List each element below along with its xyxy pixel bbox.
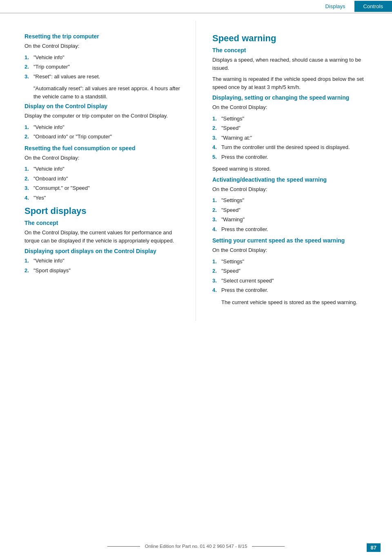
step-num: 4. <box>212 225 221 234</box>
step-num: 2. <box>212 267 221 275</box>
step-num: 1. <box>212 196 221 205</box>
step-text: "Warning" <box>221 216 245 224</box>
footer-text: Online Edition for Part no. 01 40 2 960 … <box>145 544 247 549</box>
step-num: 3. <box>24 73 33 81</box>
step-num: 1. <box>24 257 33 265</box>
speed-setting-steps: 1. "Settings" 2. "Speed" 3. "Warning at:… <box>212 115 376 161</box>
step-item: 3. "Select current speed" <box>212 277 376 285</box>
step-item: 2. "Speed" <box>212 267 376 275</box>
fuel-intro: On the Control Display: <box>24 154 181 162</box>
section-title-resetting-trip: Resetting the trip computer <box>24 33 181 40</box>
trip-reset-steps: 1. "Vehicle info" 2. "Trip computer" 3. … <box>24 53 181 81</box>
step-text: Press the controller. <box>221 225 268 234</box>
step-item: 4. "Yes" <box>24 194 181 202</box>
header-bar: Displays Controls <box>0 0 392 13</box>
step-text: "Trip computer" <box>33 63 70 71</box>
step-num: 2. <box>24 175 33 183</box>
section-title-speed-warning-large: Speed warning <box>212 33 376 44</box>
speed-current-intro: On the Control Display: <box>212 246 376 254</box>
section-title-fuel: Resetting the fuel consumption or speed <box>24 145 181 151</box>
footer-line-left <box>107 546 140 547</box>
step-text: "Speed" <box>221 124 241 132</box>
step-item: 2. "Speed" <box>212 124 376 132</box>
section-title-sport-concept: The concept <box>24 220 181 226</box>
speed-setting-section: Displaying, setting or changing the spee… <box>212 94 376 173</box>
step-text: "Select current speed" <box>221 277 274 285</box>
step-text: "Settings" <box>221 196 244 205</box>
trip-reset-sub: "Automatically reset": all values are re… <box>33 85 181 100</box>
page-number: 87 <box>367 543 381 552</box>
step-item: 3. "Consumpt." or "Speed" <box>24 184 181 192</box>
section-title-speed-concept: The concept <box>212 47 376 53</box>
section-title-speed-setting: Displaying, setting or changing the spee… <box>212 94 376 101</box>
step-num: 3. <box>24 184 33 192</box>
section-resetting-fuel: Resetting the fuel consumption or speed … <box>24 145 181 202</box>
step-text: "Settings" <box>221 115 244 123</box>
step-text: "Vehicle info" <box>33 53 65 62</box>
section-title-speed-current: Setting your current speed as the speed … <box>212 237 376 244</box>
step-text: "Settings" <box>221 258 244 266</box>
step-item: 1. "Vehicle info" <box>24 165 181 173</box>
step-text: "Onboard info" or "Trip computer" <box>33 133 112 141</box>
step-text: "Vehicle info" <box>33 123 65 131</box>
fuel-steps: 1. "Vehicle info" 2. "Onboard info" 3. "… <box>24 165 181 202</box>
step-text: "Speed" <box>221 267 241 275</box>
step-item: 3. "Warning" <box>212 216 376 224</box>
step-num: 3. <box>212 277 221 285</box>
step-item: 1. "Settings" <box>212 196 376 205</box>
tab-displays[interactable]: Displays <box>316 1 354 12</box>
speed-current-steps: 1. "Settings" 2. "Speed" 3. "Select curr… <box>212 258 376 294</box>
step-item: 4. Turn the controller until the desired… <box>212 143 376 151</box>
sport-display-section: Displaying sport displays on the Control… <box>24 248 181 274</box>
step-text: "Reset": all values are reset. <box>33 73 100 81</box>
tab-controls[interactable]: Controls <box>354 1 392 12</box>
section-title-speed-activate: Activating/deactivating the speed warnin… <box>212 176 376 183</box>
display-control-steps: 1. "Vehicle info" 2. "Onboard info" or "… <box>24 123 181 141</box>
section-intro-trip: On the Control Display: <box>24 42 181 50</box>
step-item: 4. Press the controller. <box>212 286 376 294</box>
header-divider <box>0 13 392 13</box>
step-item: 2. "Sport displays" <box>24 267 181 275</box>
step-num: 2. <box>212 206 221 214</box>
sport-concept: The concept On the Control Display, the … <box>24 220 181 245</box>
section-title-sport-display: Displaying sport displays on the Control… <box>24 248 181 254</box>
speed-setting-intro: On the Control Display: <box>212 103 376 111</box>
step-text: "Sport displays" <box>33 267 71 275</box>
step-num: 4. <box>24 194 33 202</box>
section-resetting-trip-computer: Resetting the trip computer On the Contr… <box>24 33 181 100</box>
footer-line-right <box>252 546 285 547</box>
step-num: 3. <box>212 134 221 142</box>
speed-current-note: The current vehicle speed is stored as t… <box>221 298 376 307</box>
step-num: 1. <box>24 165 33 173</box>
step-num: 2. <box>212 124 221 132</box>
step-text: "Vehicle info" <box>33 165 65 173</box>
section-display-control: Display on the Control Display Display t… <box>24 103 181 141</box>
speed-current-section: Setting your current speed as the speed … <box>212 237 376 306</box>
step-item: 1. "Vehicle info" <box>24 53 181 62</box>
step-item: 2. "Speed" <box>212 206 376 214</box>
step-text: Turn the controller until the desired sp… <box>221 143 350 151</box>
speed-concept-para1: Displays a speed, when reached, should c… <box>212 56 376 72</box>
sport-display-steps: 1. "Vehicle info" 2. "Sport displays" <box>24 257 181 274</box>
step-text: "Vehicle info" <box>33 257 65 265</box>
footer: Online Edition for Part no. 01 40 2 960 … <box>0 544 392 549</box>
step-num: 4. <box>212 286 221 294</box>
speed-activate-steps: 1. "Settings" 2. "Speed" 3. "Warning" 4.… <box>212 196 376 233</box>
step-text: "Yes" <box>33 194 46 202</box>
sport-concept-para: On the Control Display, the current valu… <box>24 229 181 245</box>
main-content: Resetting the trip computer On the Contr… <box>0 21 392 321</box>
step-text: "Onboard info" <box>33 175 68 183</box>
step-text: Press the controller. <box>221 153 268 161</box>
step-num: 1. <box>212 115 221 123</box>
right-column: Speed warning The concept Displays a spe… <box>196 21 392 321</box>
speed-concept: The concept Displays a speed, when reach… <box>212 47 376 91</box>
step-item: 1. "Settings" <box>212 115 376 123</box>
step-num: 1. <box>212 258 221 266</box>
speed-activate-intro: On the Control Display: <box>212 185 376 193</box>
step-num: 1. <box>24 53 33 62</box>
step-item: 3. "Warning at:" <box>212 134 376 142</box>
step-num: 4. <box>212 143 221 151</box>
step-item: 1. "Vehicle info" <box>24 123 181 131</box>
step-num: 2. <box>24 267 33 275</box>
step-item: 4. Press the controller. <box>212 225 376 234</box>
